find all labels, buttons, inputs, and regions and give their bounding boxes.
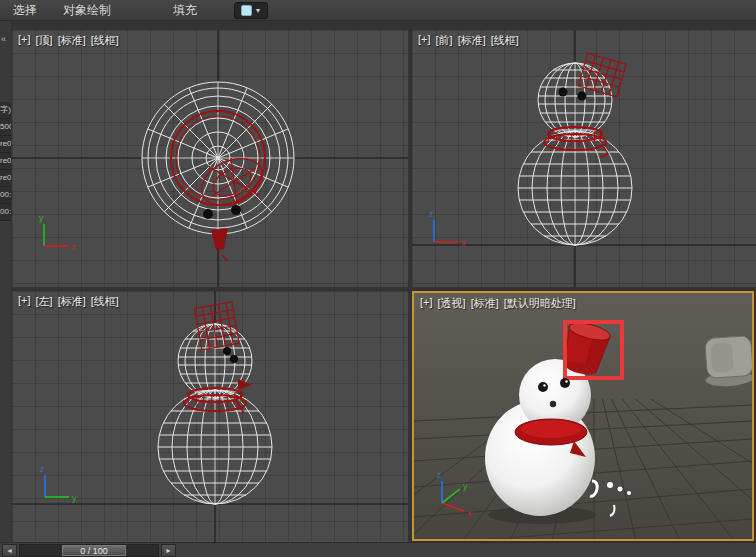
menu-select-label: 选择	[13, 2, 37, 19]
toolbar-dropdown-button[interactable]: ▼	[234, 2, 268, 19]
axis-label-x: x	[71, 242, 76, 252]
eye-glint	[565, 380, 567, 382]
axis-label-z: z	[40, 464, 45, 474]
viewport-menu-plus[interactable]: [+]	[18, 33, 31, 48]
viewport-menu-view[interactable]: [透视]	[438, 296, 466, 311]
viewport-left-canvas: z y	[12, 291, 408, 543]
snowman-left-nose[interactable]	[238, 379, 252, 390]
snowman-eye[interactable]	[538, 382, 548, 392]
menu-object-paint[interactable]: 对象绘制	[50, 0, 124, 20]
menu-object-paint-label: 对象绘制	[63, 2, 111, 19]
snowman-mouth-dot[interactable]	[550, 401, 556, 407]
snowman-left-eye[interactable]	[223, 347, 231, 355]
axis-label-z: z	[437, 470, 442, 480]
viewport-menu-plus[interactable]: [+]	[418, 33, 431, 48]
viewport-menu-standard[interactable]: [标准]	[58, 294, 86, 309]
clipped-label: re0	[0, 136, 11, 153]
snowman-eye[interactable]	[560, 378, 570, 388]
menu-select[interactable]: 选择	[0, 0, 50, 20]
axis-label-y: y	[72, 493, 77, 503]
viewport-perspective-canvas: z x y	[414, 293, 752, 539]
viewport-left[interactable]: [+] [左] [标准] [线框]	[12, 291, 408, 543]
axis-label-y: y	[39, 213, 44, 223]
viewport-menu-standard[interactable]: [标准]	[58, 33, 86, 48]
collapse-arrows-icon[interactable]: «	[1, 34, 6, 44]
viewport-menu-view[interactable]: [左]	[36, 294, 53, 309]
viewport-perspective-label: [+] [透视] [标准] [默认明暗处理]	[420, 296, 576, 311]
viewport-perspective[interactable]: [+] [透视] [标准] [默认明暗处理]	[412, 291, 754, 541]
viewport-front-label: [+] [前] [标准] [线框]	[418, 33, 519, 48]
viewport-menu-shading[interactable]: [线框]	[91, 294, 119, 309]
toolbar-dropdown-icon	[241, 5, 252, 16]
viewport-menu-view[interactable]: [前]	[436, 33, 453, 48]
axis-tripod: y x	[39, 213, 76, 252]
axis-label-z: z	[429, 209, 434, 219]
watermark-scribble	[590, 481, 631, 516]
axis-tripod: z x y	[437, 470, 472, 518]
viewport-menu-plus[interactable]: [+]	[18, 294, 31, 309]
axis-label-y: y	[463, 481, 468, 491]
next-frame-button[interactable]: ►	[161, 544, 176, 557]
viewport-menu-shading[interactable]: [默认明暗处理]	[504, 296, 576, 311]
menu-populate[interactable]: 填充	[160, 0, 210, 20]
viewport-menu-standard[interactable]: [标准]	[458, 33, 486, 48]
clipped-label: 字)	[0, 102, 11, 119]
snowman-front-eye[interactable]	[559, 88, 568, 97]
main-toolbar: 选择 对象绘制 填充 ▼	[0, 0, 756, 21]
viewport-menu-shading[interactable]: [线框]	[491, 33, 519, 48]
eye-glint	[543, 384, 545, 386]
previous-frame-button[interactable]: ◄	[2, 544, 17, 557]
viewport-menu-view[interactable]: [顶]	[36, 33, 53, 48]
clipped-label: 500	[0, 119, 11, 136]
left-clipped-panel: « 字) 500 re0 re0 re0 00: 00:	[0, 21, 11, 543]
snowman-left-hat[interactable]	[194, 302, 239, 350]
viewport-top[interactable]: [+] [顶] [标准] [线框] y	[12, 30, 408, 287]
clipped-label: 00:	[0, 187, 11, 204]
time-slider-thumb[interactable]: 0 / 100	[62, 545, 126, 556]
viewport-front-canvas: z x	[412, 30, 756, 287]
clipped-label: 00:	[0, 204, 11, 221]
viewport-menu-shading[interactable]: [线框]	[91, 33, 119, 48]
chevron-down-icon: ▼	[255, 7, 262, 14]
snowman-top-nose[interactable]	[211, 228, 228, 250]
clipped-label: re0	[0, 170, 11, 187]
axis-label-x: x	[461, 238, 466, 248]
snowman-top-eye[interactable]	[203, 209, 213, 219]
background-gray-object[interactable]	[703, 335, 752, 387]
menu-populate-label: 填充	[173, 2, 197, 19]
snowman-front-wireframe[interactable]	[518, 63, 632, 245]
snowman-top-eye[interactable]	[231, 205, 241, 215]
viewport-front[interactable]: [+] [前] [标准] [线框]	[412, 30, 756, 287]
viewport-menu-standard[interactable]: [标准]	[471, 296, 499, 311]
viewport-menu-plus[interactable]: [+]	[420, 296, 433, 311]
viewport-top-label: [+] [顶] [标准] [线框]	[18, 33, 119, 48]
snowman-left-eye[interactable]	[230, 355, 238, 363]
time-slider-track[interactable]: 0 / 100	[19, 544, 159, 557]
axis-tripod: z y	[40, 464, 77, 503]
snowman-front-eye[interactable]	[578, 92, 587, 101]
snowman-left-wireframe[interactable]	[158, 324, 272, 504]
viewport-left-label: [+] [左] [标准] [线框]	[18, 294, 119, 309]
snowman-shaded[interactable]	[485, 320, 622, 524]
viewport-top-canvas: y x	[12, 30, 408, 287]
time-slider-bar: ◄ 0 / 100 ►	[0, 542, 756, 557]
snowman-top-wireframe[interactable]	[142, 82, 294, 234]
axis-label-x: x	[467, 508, 472, 518]
axis-tripod: z x	[429, 209, 466, 248]
clipped-label: re0	[0, 153, 11, 170]
